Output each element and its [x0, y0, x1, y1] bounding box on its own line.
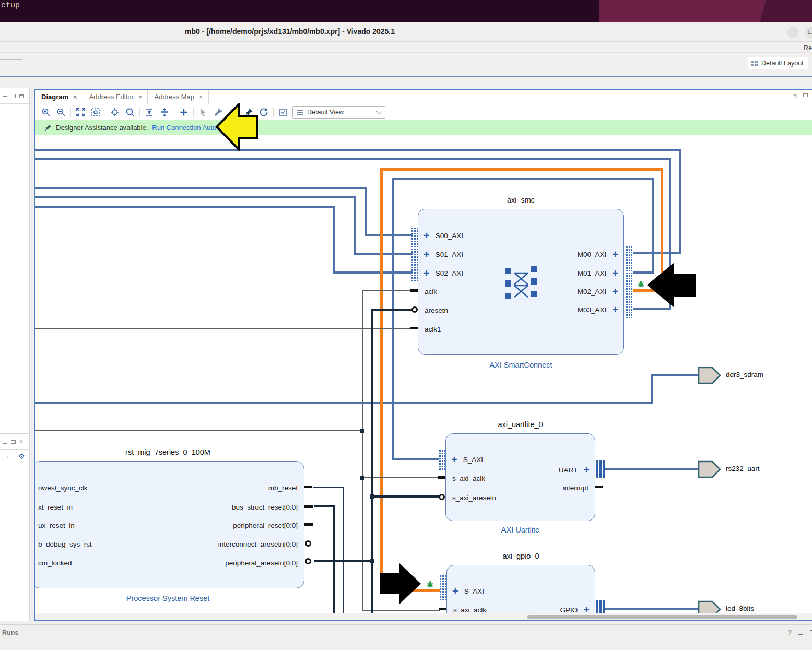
net-clk[interactable] — [362, 610, 440, 611]
pin-aresetn[interactable]: aresetn — [425, 303, 448, 317]
net-m00-axi[interactable] — [679, 149, 681, 254]
net-s00-axi[interactable] — [365, 187, 367, 236]
pin-s-axi-aclk[interactable]: s_axi_aclk — [453, 603, 486, 613]
net-ddr3[interactable] — [35, 402, 652, 404]
zoom-in-icon[interactable] — [40, 107, 52, 118]
net-ddr3[interactable] — [651, 374, 699, 376]
minimize-icon[interactable] — [3, 96, 7, 97]
port-gpio[interactable]: GPIO+ — [560, 603, 590, 613]
block-axi-gpio[interactable]: axi_gpio_0 +S_AXI s_axi_aclk GPIO+ — [446, 565, 595, 613]
block-axi-uartlite[interactable]: axi_uartlite_0 +S_AXI s_axi_aclk s_axi_a… — [445, 433, 595, 521]
port-s-axi[interactable]: +S_AXI — [452, 584, 484, 598]
expand-port-icon[interactable]: + — [423, 231, 430, 240]
pin-dcm-locked[interactable]: cm_locked — [38, 556, 72, 570]
port-m02-axi[interactable]: M02_AXI+ — [578, 285, 618, 298]
external-port-led[interactable] — [698, 600, 721, 613]
pin-interconnect-aresetn[interactable]: interconnect_aresetn[0:0] — [218, 537, 298, 551]
pin-aclk1[interactable]: aclk1 — [425, 322, 441, 336]
zoom-out-icon[interactable] — [55, 107, 67, 118]
runs-tab[interactable]: Runs — [2, 629, 18, 636]
port-m03-axi[interactable]: M03_AXI+ — [578, 303, 618, 316]
minimize-button[interactable]: – — [787, 27, 798, 38]
expand-port-icon[interactable]: + — [423, 268, 430, 278]
gear-icon[interactable]: ⚙ — [18, 452, 25, 460]
net-s00-axi[interactable] — [35, 187, 367, 189]
pin-peripheral-reset[interactable]: peripheral_reset[0:0] — [233, 518, 298, 532]
external-port-uart[interactable] — [698, 460, 721, 478]
net-bus-struct-reset[interactable] — [333, 505, 335, 613]
pin-slowest-sync-clk[interactable]: owest_sync_clk — [38, 481, 88, 494]
net-m00-axi[interactable] — [633, 252, 681, 254]
expand-port-icon[interactable]: + — [583, 605, 590, 613]
zoom-selection-icon[interactable] — [90, 107, 101, 118]
net-m03-axi[interactable] — [35, 158, 671, 160]
help-icon[interactable]: ? — [788, 629, 792, 636]
search-icon[interactable] — [124, 107, 136, 118]
scrollbar-thumb[interactable] — [527, 615, 797, 619]
expand-port-icon[interactable]: + — [583, 465, 590, 475]
help-icon[interactable]: ? — [793, 93, 797, 101]
net-mb-reset[interactable] — [343, 487, 344, 613]
net-m03-axi[interactable] — [633, 308, 671, 310]
minimize-icon[interactable] — [798, 634, 803, 635]
pin-mb-reset[interactable]: mb_reset — [268, 481, 298, 494]
net-m01-uart[interactable] — [392, 178, 394, 460]
net-clk[interactable] — [362, 290, 363, 610]
add-ip-icon[interactable] — [178, 107, 190, 118]
pin-aux-reset-in[interactable]: ux_reset_in — [38, 518, 75, 532]
layout-selector[interactable]: Default Layout — [748, 57, 808, 69]
validate-design-icon[interactable] — [277, 107, 289, 118]
expand-hierarchy-icon[interactable] — [159, 107, 170, 118]
pin-s-axi-aresetn[interactable]: s_axi_aresetn — [452, 491, 496, 504]
net-s02-axi[interactable] — [333, 271, 413, 274]
net-s01-axi[interactable] — [35, 196, 356, 198]
interface-connector[interactable] — [438, 449, 445, 471]
block-axi-smc[interactable]: axi_smc +S00_AXI +S01_AXI +S02_AXI aclk … — [418, 209, 624, 355]
expand-port-icon[interactable]: + — [612, 250, 618, 259]
float-icon[interactable] — [803, 93, 808, 97]
net-s00-axi[interactable] — [365, 234, 413, 236]
block-design-canvas[interactable]: axi_smc +S00_AXI +S01_AXI +S02_AXI aclk … — [35, 136, 812, 613]
port-s01-axi[interactable]: +S01_AXI — [423, 247, 463, 261]
net-aresetn[interactable] — [314, 560, 373, 562]
interface-connector[interactable] — [439, 574, 446, 601]
port-m01-axi[interactable]: M01_AXI+ — [578, 266, 618, 280]
pin-bus-struct-reset[interactable]: bus_struct_reset[0:0] — [232, 500, 298, 514]
expand-port-icon[interactable]: + — [612, 305, 618, 314]
net-aresetn[interactable] — [371, 309, 373, 613]
net-ddr3[interactable] — [651, 374, 653, 404]
port-s00-axi[interactable]: +S00_AXI — [423, 229, 463, 242]
close-icon[interactable]: × — [19, 439, 23, 445]
float-icon[interactable] — [11, 440, 16, 444]
tab-address-editor[interactable]: Address Editor × — [83, 90, 148, 104]
net-m00-axi[interactable] — [35, 149, 680, 151]
net-clk[interactable] — [35, 430, 362, 431]
expand-port-icon[interactable]: + — [612, 287, 618, 296]
net-m02-highlight[interactable] — [380, 168, 663, 171]
maximize-icon[interactable] — [810, 630, 812, 635]
maximize-button[interactable]: □ — [805, 27, 812, 38]
expand-port-icon[interactable]: + — [612, 268, 618, 278]
net-aresetn[interactable] — [372, 495, 443, 498]
expand-port-icon[interactable]: + — [452, 586, 458, 596]
port-s-axi[interactable]: +S_AXI — [451, 453, 483, 466]
expand-port-icon[interactable]: + — [423, 250, 430, 259]
pin-ext-reset-in[interactable]: xt_reset_in — [38, 500, 73, 514]
expand-port-icon[interactable]: + — [451, 455, 457, 464]
view-selector[interactable]: Default View — [292, 106, 385, 119]
block-proc-sys-reset[interactable]: rst_mig_7series_0_100M owest_sync_clk xt… — [35, 461, 304, 588]
tab-diagram[interactable]: Diagram × — [35, 90, 83, 104]
interface-connector-m[interactable] — [625, 245, 632, 318]
close-icon[interactable]: × — [73, 93, 77, 101]
net-mb-reset[interactable] — [313, 487, 344, 488]
tab-address-map[interactable]: Address Map × — [148, 90, 208, 104]
center-view-icon[interactable] — [109, 107, 121, 118]
select-pointer-icon[interactable] — [197, 107, 209, 118]
net-s01-axi[interactable] — [354, 196, 356, 255]
pin-peripheral-aresetn[interactable]: peripheral_aresetn[0:0] — [225, 556, 298, 570]
pin-interrupt[interactable]: interrupt — [562, 481, 589, 494]
net-clk1[interactable] — [35, 328, 411, 329]
net-clk[interactable] — [362, 477, 439, 478]
net-clk[interactable] — [362, 290, 411, 291]
pin-aclk[interactable]: aclk — [425, 285, 437, 298]
